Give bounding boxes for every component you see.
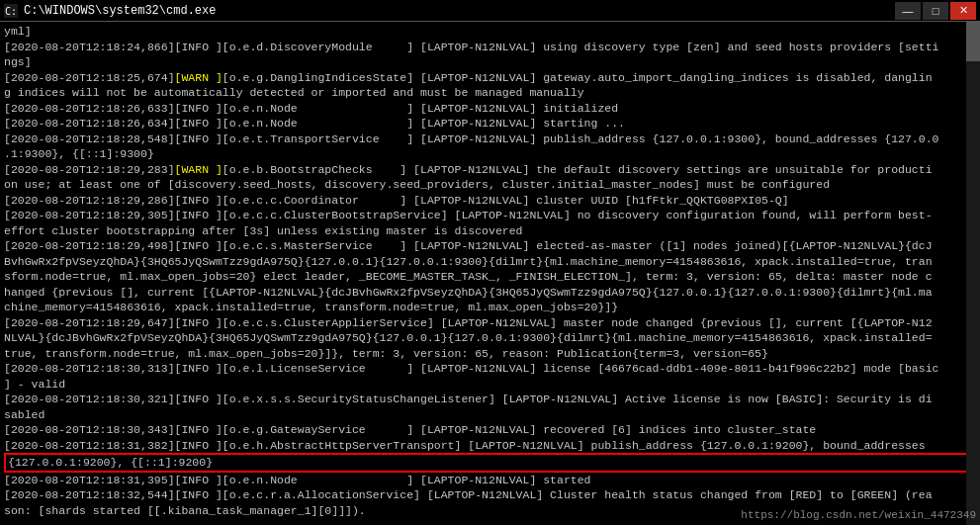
log-line: [2020-08-20T12:18:30,321][INFO ][o.e.x.s… [4, 392, 976, 407]
log-line: [2020-08-20T12:18:29,498][INFO ][o.e.c.s… [4, 238, 976, 254]
log-line: chine_memory=4154863616, xpack.installed… [4, 300, 976, 315]
log-line: ] - valid [4, 377, 976, 393]
log-line: [2020-08-20T12:18:24,866][INFO ][o.e.d.D… [4, 40, 976, 55]
log-line: [2020-08-20T12:18:30,313][INFO ][o.e.l.L… [4, 361, 976, 377]
watermark: https://blog.csdn.net/weixin_4472349 [741, 508, 976, 523]
title-bar-left: C: C:\WINDOWS\system32\cmd.exe [4, 4, 216, 18]
log-line: sform.node=true, ml.max_open_jobs=20} el… [4, 269, 976, 285]
log-line: ngs] [4, 54, 976, 70]
log-line: [2020-08-20T12:18:29,286][INFO ][o.e.c.c… [4, 193, 976, 209]
log-line: NLVAL}{dcJBvhGwRx2fpVSeyzQhDA}{3HQ65JyQS… [4, 330, 976, 346]
log-line: sabled [4, 407, 976, 423]
minimize-button[interactable]: — [895, 2, 921, 20]
log-line: [2020-08-20T12:18:29,647][INFO ][o.e.c.s… [4, 315, 976, 331]
log-line: yml] [4, 24, 976, 40]
terminal-body: yml][2020-08-20T12:18:24,866][INFO ][o.e… [0, 22, 980, 525]
log-line: hanged {previous [], current [{LAPTOP-N1… [4, 285, 976, 301]
log-line: [2020-08-20T12:18:25,674][WARN ][o.e.g.D… [4, 70, 976, 86]
close-button[interactable]: ✕ [950, 2, 976, 20]
cmd-window: C: C:\WINDOWS\system32\cmd.exe — □ ✕ yml… [0, 0, 980, 525]
scrollbar[interactable] [966, 22, 980, 525]
cmd-icon: C: [4, 4, 18, 18]
log-line: {127.0.0.1:9200}, {[::1]:9200} [4, 453, 972, 473]
log-line: on use; at least one of [discovery.seed_… [4, 177, 976, 193]
log-line: g indices will not be automatically dete… [4, 85, 976, 101]
terminal-content: yml][2020-08-20T12:18:24,866][INFO ][o.e… [4, 24, 976, 523]
maximize-button[interactable]: □ [923, 2, 948, 20]
log-line: [2020-08-20T12:18:28,548][INFO ][o.e.t.T… [4, 131, 976, 147]
title-bar: C: C:\WINDOWS\system32\cmd.exe — □ ✕ [0, 0, 980, 22]
window-title: C:\WINDOWS\system32\cmd.exe [24, 4, 216, 18]
log-line: .1:9300}, {[::1]:9300} [4, 146, 976, 162]
log-line: true, transform.node=true, ml.max_open_j… [4, 346, 976, 362]
log-line: effort cluster bootstrapping after [3s] … [4, 223, 976, 239]
window-controls: — □ ✕ [895, 2, 976, 20]
log-line: [2020-08-20T12:18:26,634][INFO ][o.e.n.N… [4, 116, 976, 131]
scrollbar-thumb[interactable] [966, 22, 980, 61]
log-line: [2020-08-20T12:18:29,305][INFO ][o.e.c.c… [4, 208, 976, 223]
log-line: [2020-08-20T12:18:29,283][WARN ][o.e.b.B… [4, 162, 976, 178]
log-line: [2020-08-20T12:18:31,395][INFO ][o.e.n.N… [4, 473, 976, 488]
log-line: [2020-08-20T12:18:26,633][INFO ][o.e.n.N… [4, 101, 976, 117]
log-line: [2020-08-20T12:18:30,343][INFO ][o.e.g.G… [4, 422, 976, 438]
log-line: BvhGwRx2fpVSeyzQhDA}{3HQ65JyQSwmTzz9gdA9… [4, 254, 976, 270]
log-line: [2020-08-20T12:18:32,544][INFO ][o.e.c.r… [4, 487, 976, 503]
log-line: [2020-08-20T12:18:31,382][INFO ][o.e.h.A… [4, 438, 976, 454]
svg-text:C:: C: [5, 6, 17, 17]
